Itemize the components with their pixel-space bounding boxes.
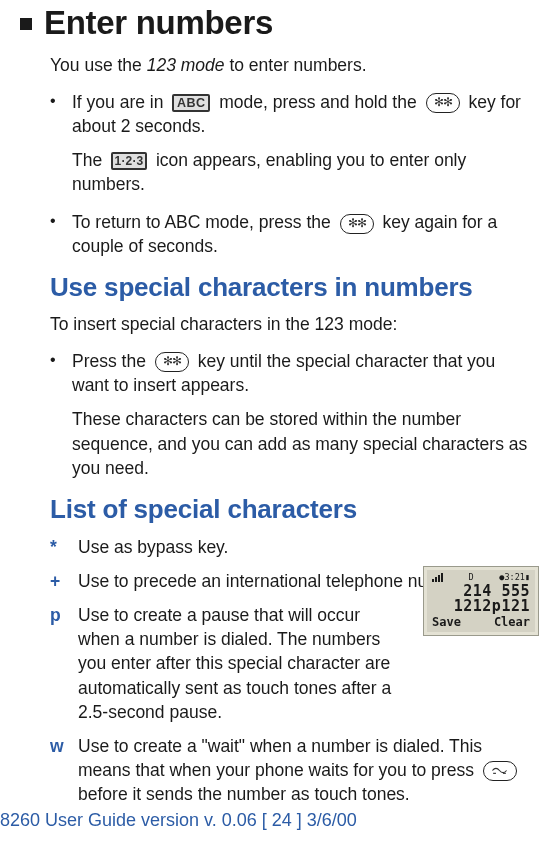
softkey-right: Clear bbox=[494, 615, 530, 629]
page-body: Enter numbers You use the 123 mode to en… bbox=[0, 0, 557, 806]
heading-row: Enter numbers bbox=[20, 4, 537, 54]
intro-mode: 123 mode bbox=[147, 55, 225, 75]
star-key-icon bbox=[426, 93, 460, 113]
w-desc-pre: Use to create a "wait" when a number is … bbox=[78, 736, 482, 780]
phone-status-right: ●3:21▮ bbox=[499, 573, 530, 582]
char-desc: Use to create a "wait" when a number is … bbox=[78, 734, 537, 806]
section-title-list-chars: List of special characters bbox=[50, 494, 537, 525]
phone-screenshot: D ●3:21▮ 214 555 1212p121 Save Clear bbox=[423, 566, 539, 636]
123-mode-icon: 1·2·3 bbox=[111, 152, 147, 170]
table-row: w Use to create a "wait" when a number i… bbox=[50, 734, 537, 806]
abc-mode-icon: ABC bbox=[172, 94, 210, 112]
intro-paragraph: You use the 123 mode to enter numbers. bbox=[50, 54, 537, 78]
intro-pre: You use the bbox=[50, 55, 147, 75]
list-item: If you are in ABC mode, press and hold t… bbox=[50, 90, 537, 138]
enter-numbers-list: If you are in ABC mode, press and hold t… bbox=[50, 90, 537, 138]
section-title-enter-numbers: Enter numbers bbox=[44, 4, 273, 42]
phone-status-left: D bbox=[469, 573, 474, 582]
w-desc-post: before it sends the number as touch tone… bbox=[78, 784, 410, 804]
s2-li1-pre: Press the bbox=[72, 351, 151, 371]
char-symbol: * bbox=[50, 535, 78, 559]
sub-paragraph: The 1·2·3 icon appears, enabling you to … bbox=[72, 148, 537, 196]
enter-numbers-list-2: To return to ABC mode, press the key aga… bbox=[50, 210, 537, 258]
list-item: Press the key until the special characte… bbox=[50, 349, 537, 397]
phone-softkeys: Save Clear bbox=[430, 615, 532, 629]
char-desc: Use to create a pause that will occur wh… bbox=[78, 603, 398, 724]
char-symbol: + bbox=[50, 569, 78, 593]
star-key-icon bbox=[155, 352, 189, 372]
phone-number-line2: 1212p121 bbox=[430, 599, 532, 614]
li2-pre: To return to ABC mode, press the bbox=[72, 212, 336, 232]
softkey-left: Save bbox=[432, 615, 461, 629]
special-chars-list: Press the key until the special characte… bbox=[50, 349, 537, 397]
char-symbol: w bbox=[50, 734, 78, 806]
section2-sub: These characters can be stored within th… bbox=[72, 407, 537, 479]
char-desc: Use as bypass key. bbox=[78, 535, 537, 559]
section2-intro: To insert special characters in the 123 … bbox=[50, 313, 537, 337]
sub1-pre: The bbox=[72, 150, 107, 170]
signal-icon bbox=[432, 573, 443, 582]
page-footer: 8260 User Guide version v. 0.06 [ 24 ] 3… bbox=[0, 810, 357, 831]
call-key-icon bbox=[483, 761, 517, 781]
star-key-icon bbox=[340, 214, 374, 234]
li1-mid: mode, press and hold the bbox=[219, 92, 421, 112]
li1-pre: If you are in bbox=[72, 92, 168, 112]
phone-screen: D ●3:21▮ 214 555 1212p121 Save Clear bbox=[430, 573, 532, 629]
list-item: To return to ABC mode, press the key aga… bbox=[50, 210, 537, 258]
char-symbol: p bbox=[50, 603, 78, 724]
table-row: * Use as bypass key. bbox=[50, 535, 537, 559]
intro-post: to enter numbers. bbox=[225, 55, 367, 75]
section-title-special-chars: Use special characters in numbers bbox=[50, 272, 537, 303]
heading-bullet-icon bbox=[20, 18, 32, 30]
